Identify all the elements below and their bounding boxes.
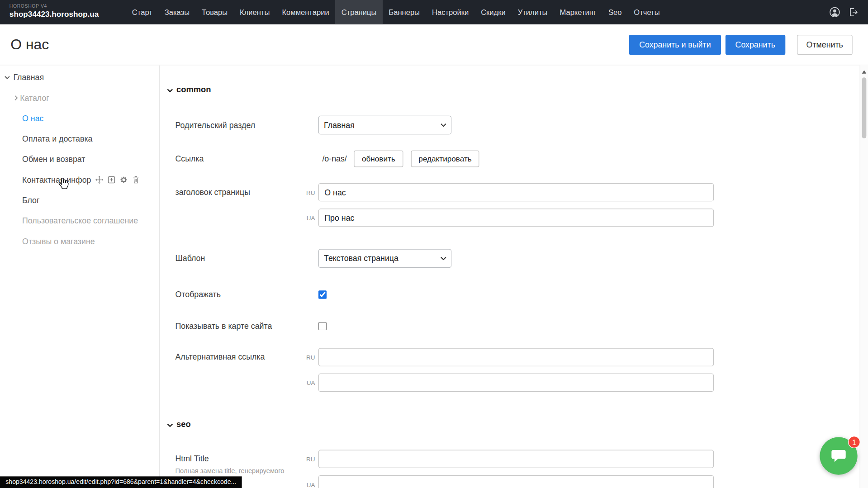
horoshop-admin-window: HOROSHOP V4 shop34423.horoshop.ua Старт … xyxy=(0,0,868,488)
sidebar-item-blog[interactable]: Блог xyxy=(0,190,159,210)
sidebar-item-glavnaya[interactable]: Главная xyxy=(0,67,159,87)
field-hint: Полная замена title, генерируемого xyxy=(175,467,318,475)
lang-line-ua: UA xyxy=(318,374,714,392)
page-title-row: заголовок страницы RU UA xyxy=(175,183,859,227)
brand-version-label: HOROSHOP V4 xyxy=(9,3,126,9)
field-label: Html Title xyxy=(175,450,318,463)
move-icon[interactable] xyxy=(95,175,103,183)
account-icon[interactable] xyxy=(829,6,841,18)
sidebar-item-oplata[interactable]: Оплата и доставка xyxy=(0,128,159,149)
lang-line-ua: UA xyxy=(318,475,714,488)
alt-link-ua-input[interactable] xyxy=(318,374,714,392)
save-button[interactable]: Сохранить xyxy=(725,34,785,54)
template-row: Шаблон Текстовая страница xyxy=(175,249,859,268)
page-title-ru-input[interactable] xyxy=(318,183,714,201)
section-title: common xyxy=(176,85,211,94)
sidebar-item-otzyvy[interactable]: Отзывы о магазине xyxy=(0,231,159,251)
html-title-ru-input[interactable] xyxy=(318,450,714,468)
html-title-ua-input[interactable] xyxy=(318,475,714,488)
topbar-icons xyxy=(829,0,868,24)
delete-trash-icon[interactable] xyxy=(132,175,140,183)
sidebar-item-label: Каталог xyxy=(20,93,49,102)
chat-widget-button[interactable]: 1 xyxy=(820,437,857,474)
sidebar-item-label: Контактная инфор xyxy=(22,175,91,184)
link-edit-button[interactable]: редактировать xyxy=(411,151,479,167)
vertical-scrollbar[interactable] xyxy=(860,65,868,488)
chat-bubble-icon xyxy=(830,447,847,465)
page-title: О нас xyxy=(10,36,49,53)
main-menu: Старт Заказы Товары Клиенты Комментарии … xyxy=(126,0,666,24)
lang-ru-badge: RU xyxy=(304,354,315,360)
settings-gear-icon[interactable] xyxy=(120,175,128,183)
page-title-inputs: RU UA xyxy=(318,183,714,227)
field-label: Шаблон xyxy=(175,254,318,263)
sidebar-item-kontaktnaya[interactable]: Контактная инфор xyxy=(0,169,159,190)
menu-item-seo[interactable]: Seo xyxy=(602,0,627,24)
lang-ua-badge: UA xyxy=(304,481,315,488)
section-title: seo xyxy=(176,419,191,429)
brand-logo[interactable]: HOROSHOP V4 shop34423.horoshop.ua xyxy=(0,0,126,24)
sitemap-row: Показывать в карте сайта xyxy=(175,321,859,331)
lang-ua-badge: UA xyxy=(304,379,315,386)
menu-item-clients[interactable]: Клиенты xyxy=(234,0,276,24)
field-label: Родительский раздел xyxy=(175,121,318,130)
brand-domain-label: shop34423.horoshop.ua xyxy=(9,9,126,19)
parent-section-row: Родительский раздел Главная xyxy=(175,116,859,135)
chevron-right-icon[interactable] xyxy=(14,95,18,100)
menu-item-reports[interactable]: Отчеты xyxy=(628,0,666,24)
add-page-icon[interactable] xyxy=(108,175,115,183)
link-update-button[interactable]: обновить xyxy=(354,151,403,167)
section-seo[interactable]: seo xyxy=(167,418,860,430)
scrollbar-thumb[interactable] xyxy=(862,77,867,138)
chevron-down-icon[interactable] xyxy=(167,85,173,94)
html-title-inputs: RU UA xyxy=(318,450,714,488)
page-title-ua-input[interactable] xyxy=(318,208,714,227)
menu-item-settings[interactable]: Настройки xyxy=(426,0,475,24)
logout-icon[interactable] xyxy=(848,7,859,18)
sidebar-item-katalog[interactable]: Каталог xyxy=(0,87,159,108)
menu-item-products[interactable]: Товары xyxy=(196,0,234,24)
lang-line-ua: UA xyxy=(318,208,714,227)
parent-section-select[interactable]: Главная xyxy=(318,116,451,135)
sidebar-item-label: О нас xyxy=(22,114,43,123)
save-and-exit-button[interactable]: Сохранить и выйти xyxy=(629,34,721,54)
lang-line-ru: RU xyxy=(318,450,714,468)
field-label-block: Html Title Полная замена title, генериру… xyxy=(175,450,318,475)
chevron-down-icon[interactable] xyxy=(167,419,173,429)
sidebar-item-label: Пользовательское соглашение xyxy=(22,216,138,225)
sidebar-item-obmen[interactable]: Обмен и возврат xyxy=(0,149,159,169)
alt-link-inputs: RU UA xyxy=(318,348,714,392)
sidebar-item-label: Главная xyxy=(13,73,44,82)
menu-item-orders[interactable]: Заказы xyxy=(158,0,195,24)
menu-item-utilities[interactable]: Утилиты xyxy=(512,0,554,24)
html-title-row: Html Title Полная замена title, генериру… xyxy=(175,450,859,488)
topbar: HOROSHOP V4 shop34423.horoshop.ua Старт … xyxy=(0,0,868,24)
scroll-up-icon[interactable] xyxy=(862,68,867,73)
lang-line-ru: RU xyxy=(318,348,714,366)
cancel-button[interactable]: Отменить xyxy=(797,34,853,54)
menu-item-pages[interactable]: Страницы xyxy=(335,0,383,24)
menu-item-discounts[interactable]: Скидки xyxy=(475,0,512,24)
chevron-down-icon[interactable] xyxy=(5,76,10,79)
link-controls: /o-nas/ обновить редактировать xyxy=(318,151,479,167)
section-common[interactable]: common xyxy=(167,83,860,95)
menu-item-start[interactable]: Старт xyxy=(126,0,158,24)
field-label: заголовок страницы xyxy=(175,183,318,196)
display-checkbox[interactable] xyxy=(318,290,327,298)
menu-item-banners[interactable]: Баннеры xyxy=(383,0,426,24)
page-edit-form: common Родительский раздел Главная Ссылк… xyxy=(160,65,859,488)
sidebar-item-o-nas[interactable]: О нас xyxy=(0,108,159,128)
parent-section-select-wrap: Главная xyxy=(318,116,451,135)
tree-item-actions xyxy=(95,175,140,183)
field-label: Отображать xyxy=(175,290,318,299)
display-row: Отображать xyxy=(175,289,859,299)
alt-link-ru-input[interactable] xyxy=(318,348,714,366)
template-select[interactable]: Текстовая страница xyxy=(318,249,451,268)
alt-link-row: Альтернативная ссылка RU UA xyxy=(175,348,859,392)
sitemap-checkbox[interactable] xyxy=(318,322,327,330)
template-select-wrap: Текстовая страница xyxy=(318,249,451,268)
field-label: Ссылка xyxy=(175,154,318,163)
menu-item-comments[interactable]: Комментарии xyxy=(276,0,335,24)
sidebar-item-soglashenie[interactable]: Пользовательское соглашение xyxy=(0,210,159,231)
menu-item-marketing[interactable]: Маркетинг xyxy=(554,0,602,24)
